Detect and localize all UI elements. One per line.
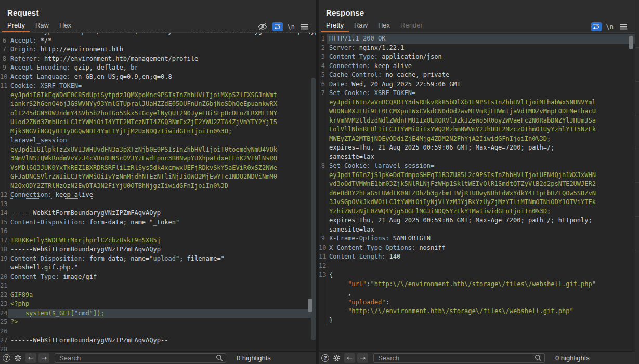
line-number: 17 — [0, 236, 8, 246]
line-number: 5 — [319, 71, 327, 80]
code-line: 7Origin: http://environment.htb — [0, 45, 316, 55]
code-line: expires=Thu, 21 Aug 2025 00:59:06 GMT; M… — [319, 143, 635, 153]
code-line: 3NmVlNStQWkRodmVvVzJ4cVBnRHNScOVJYzFwdFp… — [0, 154, 316, 164]
line-number — [0, 154, 8, 164]
next-match-button[interactable]: → — [38, 353, 49, 363]
code-line: MWEyZTA2MTBjNDEyODdiZjE4Mjg4ZDM2N2FhYjA2… — [319, 134, 635, 144]
word-wrap-toggle-button[interactable] — [591, 22, 602, 31]
help-icon[interactable]: ? — [321, 354, 329, 362]
help-icon[interactable]: ? — [3, 354, 10, 362]
tab-pretty[interactable]: Pretty — [2, 21, 30, 33]
line-number — [319, 125, 327, 134]
code-line: "http:\/\/environment.htb\/storage\/file… — [319, 307, 635, 316]
line-number — [0, 118, 8, 127]
code-line: , — [319, 289, 635, 298]
line-number — [319, 289, 327, 298]
line-number — [319, 225, 327, 235]
line-number — [319, 298, 327, 307]
line-number: 10 — [0, 73, 8, 82]
line-number — [319, 198, 327, 207]
line-number — [319, 171, 327, 180]
code-line: expires=Thu, 21 Aug 2025 00:59:06 GMT; M… — [319, 216, 635, 225]
code-line: krVmNVM2tldzdNdlZWdnFMU1IxUERORVlJZkJZeW… — [319, 116, 635, 126]
code-line: 6Accept: */* — [0, 36, 316, 46]
code-line: 16 — [0, 227, 316, 236]
tab-raw[interactable]: Raw — [349, 21, 373, 33]
editor-menu-button[interactable] — [299, 22, 310, 31]
request-editor[interactable]: 5Content-Type: multipart/form-data; boun… — [0, 33, 316, 351]
request-editor-toolbar: \n — [257, 22, 310, 31]
code-line: 9Accept-Encoding: gzip, deflate, br — [0, 63, 316, 73]
line-number: 9 — [319, 234, 327, 244]
code-line: 22GIF89a — [0, 291, 316, 300]
show-newlines-button[interactable]: \n — [288, 23, 295, 31]
settings-gear-icon[interactable] — [332, 354, 341, 362]
response-editor[interactable]: 1HTTP/1.1 200 OK2Server: nginx/1.22.13Co… — [319, 33, 635, 351]
wrap-icon — [274, 24, 281, 30]
code-line: laravel_session= — [0, 136, 316, 145]
line-number — [0, 136, 8, 145]
line-number — [319, 316, 327, 326]
response-title: Response — [326, 8, 364, 17]
request-search-bar: ? ← → 0 highlights — [0, 351, 316, 364]
show-newlines-button[interactable]: \n — [606, 23, 614, 31]
search-input[interactable] — [373, 353, 545, 363]
code-line: 15Content-Disposition: form-data; name="… — [0, 218, 316, 227]
line-number: 13 — [0, 200, 8, 209]
line-number — [319, 280, 327, 289]
search-icon — [216, 354, 223, 363]
code-line: 18------WebKitFormBoundarygVNzIPZmFAqvAQ… — [0, 245, 316, 254]
line-number: 23 — [0, 300, 8, 309]
line-number: 10 — [319, 244, 327, 253]
code-line: GFJaDNCSVlrZWIiLCJtYWMiOiIyYzNmMjdhNTEzN… — [0, 172, 316, 182]
line-number: 24 — [0, 309, 8, 318]
code-line: 4Connection: keep-alive — [319, 62, 635, 71]
next-match-button[interactable]: → — [357, 353, 368, 363]
previous-match-button[interactable]: ← — [25, 353, 36, 363]
response-editor-toolbar: \n — [591, 22, 629, 31]
code-line: eyJpdiI6IkFqWDdE0C85dUpiSytpdzJQMXpoMnc9… — [0, 91, 316, 100]
inspector-strip-segments — [635, 14, 639, 251]
line-number — [319, 98, 327, 107]
code-line: iankrS2hGenQ4bjJGSWVNYy93YmlGTUpralJUaHZ… — [0, 100, 316, 109]
line-number: 11 — [0, 82, 8, 91]
hide-response-eye-slash-icon[interactable] — [257, 22, 268, 31]
editor-menu-button[interactable] — [618, 22, 629, 31]
tab-hex[interactable]: Hex — [373, 21, 395, 33]
line-number: 25 — [0, 318, 8, 327]
word-wrap-toggle-button[interactable] — [272, 22, 283, 31]
line-number — [0, 109, 8, 118]
previous-match-button[interactable]: ← — [344, 353, 355, 363]
code-line: WUDNuMXJLUi9LL0FCMXpuTWxCVkdCN0dOd2wvMTV… — [319, 107, 635, 116]
response-search-bar: ? ← → 0 highlights — [319, 351, 635, 364]
line-number: 13 — [319, 271, 327, 280]
line-number: 4 — [319, 62, 327, 71]
line-number: 20 — [0, 273, 8, 282]
request-title: Request — [7, 8, 39, 17]
tab-render[interactable]: Render — [395, 21, 428, 33]
line-number: 6 — [319, 80, 327, 89]
code-line: vd3oOdTVMWnE1bm03Zjk5NlRLNjFzWHp1SkltWEI… — [319, 180, 635, 189]
line-number: 7 — [0, 45, 8, 55]
line-number — [319, 207, 327, 217]
code-line: N2QxODY2ZTRlNzQzN2EwOTA3N2FiYjU0OTBhNjgz… — [0, 182, 316, 191]
line-number — [319, 216, 327, 225]
tab-pretty[interactable]: Pretty — [321, 21, 349, 33]
tab-hex[interactable]: Hex — [54, 21, 76, 33]
code-line: 7Set-Cookie: XSRF-TOKEN= — [319, 89, 635, 98]
inspector-collapsed-strip[interactable] — [635, 0, 639, 364]
request-tabs: PrettyRawHex — [2, 22, 76, 33]
code-line: 5Cache-Control: no-cache, private — [319, 71, 635, 80]
line-number — [0, 164, 8, 173]
code-line: samesite=lax — [319, 225, 635, 235]
code-line: 2Server: nginx/1.22.1 — [319, 44, 635, 53]
code-line: 20Content-Type: image/gif — [0, 273, 316, 282]
line-number — [319, 116, 327, 126]
line-number — [0, 127, 8, 137]
search-input[interactable] — [55, 353, 226, 363]
tab-raw[interactable]: Raw — [30, 21, 54, 33]
line-number: 12 — [319, 262, 327, 271]
settings-gear-icon[interactable] — [14, 354, 22, 362]
code-line: samesite=lax — [319, 153, 635, 162]
code-line: 11Cookie: XSRF-TOKEN= — [0, 82, 316, 91]
